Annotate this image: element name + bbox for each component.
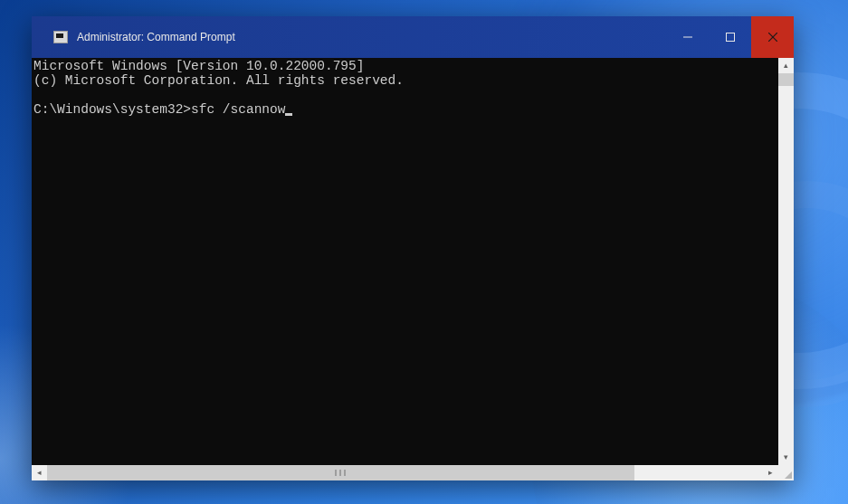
chevron-down-icon: ▾ bbox=[784, 453, 788, 461]
chevron-up-icon: ▴ bbox=[784, 62, 788, 70]
command-prompt-window: Administrator: Command Prompt Micr bbox=[32, 16, 794, 480]
terminal-area: Microsoft Windows [Version 10.0.22000.79… bbox=[32, 58, 794, 465]
terminal-output[interactable]: Microsoft Windows [Version 10.0.22000.79… bbox=[32, 58, 778, 465]
close-icon bbox=[768, 33, 777, 42]
window-controls bbox=[666, 16, 794, 58]
window-title: Administrator: Command Prompt bbox=[77, 31, 235, 43]
minimize-icon bbox=[683, 33, 692, 42]
chevron-left-icon: ◂ bbox=[37, 469, 42, 477]
output-line: Microsoft Windows [Version 10.0.22000.79… bbox=[33, 59, 364, 73]
prompt: C:\Windows\system32> bbox=[33, 102, 191, 117]
output-line: (c) Microsoft Corporation. All rights re… bbox=[33, 73, 404, 88]
chevron-right-icon: ▸ bbox=[768, 469, 773, 477]
command-input[interactable]: sfc /scannow bbox=[191, 102, 285, 117]
thumb-grip-icon bbox=[335, 470, 346, 476]
maximize-button[interactable] bbox=[709, 16, 751, 58]
vertical-scroll-track[interactable] bbox=[778, 73, 794, 450]
horizontal-scroll-track[interactable] bbox=[47, 465, 763, 480]
cursor bbox=[285, 113, 292, 116]
vertical-scroll-thumb[interactable] bbox=[778, 73, 794, 86]
scroll-right-button[interactable]: ▸ bbox=[763, 465, 778, 480]
scroll-down-button[interactable]: ▾ bbox=[778, 450, 794, 465]
scroll-left-button[interactable]: ◂ bbox=[32, 465, 47, 480]
maximize-icon bbox=[726, 33, 735, 42]
vertical-scrollbar[interactable]: ▴ ▾ bbox=[778, 58, 794, 465]
minimize-button[interactable] bbox=[666, 16, 709, 58]
svg-rect-1 bbox=[726, 33, 734, 42]
svg-rect-0 bbox=[683, 37, 692, 38]
horizontal-scroll-thumb[interactable] bbox=[47, 465, 634, 480]
close-button[interactable] bbox=[751, 16, 794, 58]
cmd-icon bbox=[53, 31, 68, 43]
horizontal-scrollbar[interactable]: ◂ ▸ bbox=[32, 465, 794, 480]
scroll-up-button[interactable]: ▴ bbox=[778, 58, 794, 73]
title-left: Administrator: Command Prompt bbox=[32, 31, 666, 43]
resize-grip[interactable] bbox=[778, 465, 794, 480]
titlebar[interactable]: Administrator: Command Prompt bbox=[32, 16, 794, 58]
